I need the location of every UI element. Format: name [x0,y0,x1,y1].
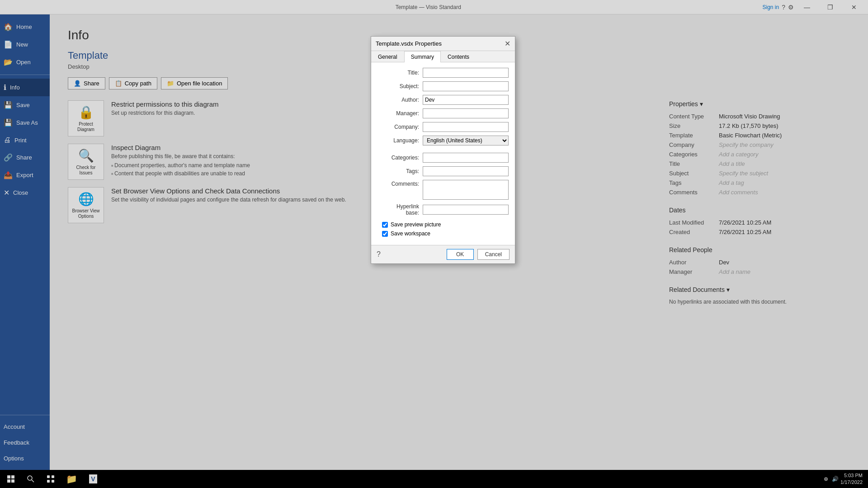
dialog-row-author: Author: [377,95,509,105]
save-workspace-label: Save workspace [391,230,430,237]
dialog-textarea-comments[interactable] [423,180,509,200]
dialog-row-save-preview: Save preview picture [377,221,509,228]
dialog-cancel-button[interactable]: Cancel [477,249,509,260]
dialog-row-subject: Subject: [377,81,509,91]
dialog-tab-summary[interactable]: Summary [404,51,441,62]
dialog-label-categories: Categories: [377,155,423,161]
properties-dialog: Template.vsdx Properties ✕ General Summa… [371,36,515,264]
dialog-row-language: Language: English (United States) [377,136,509,145]
dialog-title: Template.vsdx Properties [376,40,442,47]
dialog-input-title[interactable] [423,68,509,78]
dialog-footer: ? OK Cancel [371,245,515,263]
save-workspace-checkbox[interactable] [382,231,388,237]
dialog-row-comments: Comments: [377,180,509,200]
dialog-input-author[interactable] [423,95,509,105]
dialog-input-manager[interactable] [423,108,509,118]
dialog-label-tags: Tags: [377,168,423,174]
dialog-close-button[interactable]: ✕ [505,39,510,48]
save-preview-label: Save preview picture [391,221,441,228]
save-preview-checkbox[interactable] [382,222,388,228]
dialog-input-company[interactable] [423,122,509,132]
dialog-tab-contents[interactable]: Contents [441,51,476,62]
dialog-label-manager: Manager: [377,110,423,117]
dialog-label-company: Company: [377,124,423,130]
dialog-select-language[interactable]: English (United States) [423,136,509,145]
dialog-overlay: Template.vsdx Properties ✕ General Summa… [0,0,868,488]
dialog-tabs: General Summary Contents [371,51,515,62]
dialog-row-save-workspace: Save workspace [377,230,509,237]
dialog-label-subject: Subject: [377,83,423,89]
dialog-tab-general[interactable]: General [371,51,404,62]
dialog-label-title: Title: [377,70,423,76]
dialog-ok-button[interactable]: OK [447,249,474,260]
dialog-input-tags[interactable] [423,166,509,176]
dialog-input-categories[interactable] [423,153,509,163]
dialog-input-subject[interactable] [423,81,509,91]
dialog-label-hyperlink: Hyperlinkbase: [377,203,423,216]
dialog-input-hyperlink[interactable] [423,205,509,215]
dialog-row-hyperlink: Hyperlinkbase: [377,203,509,216]
dialog-help-icon[interactable]: ? [377,250,381,258]
dialog-row-manager: Manager: [377,108,509,118]
dialog-row-categories: Categories: [377,153,509,163]
dialog-titlebar: Template.vsdx Properties ✕ [371,37,515,51]
dialog-row-tags: Tags: [377,166,509,176]
dialog-label-language: Language: [377,137,423,144]
dialog-label-comments: Comments: [377,181,423,187]
dialog-footer-left: ? [377,250,443,258]
dialog-label-author: Author: [377,97,423,103]
dialog-row-company: Company: [377,122,509,132]
dialog-body: Title: Subject: Author: Manager: Company… [371,62,515,245]
dialog-row-title: Title: [377,68,509,78]
